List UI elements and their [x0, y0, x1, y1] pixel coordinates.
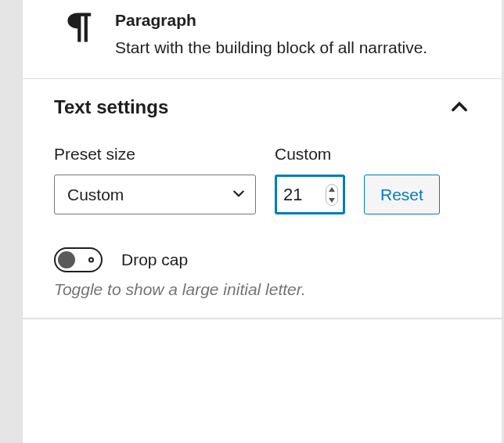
preset-size-select[interactable]: Custom	[54, 175, 256, 214]
inspector-sidebar: Paragraph Start with the building block …	[22, 0, 502, 443]
panel-header[interactable]: Text settings	[54, 96, 470, 118]
custom-size-field: Custom	[275, 145, 345, 214]
custom-size-input[interactable]	[277, 177, 318, 212]
reset-button[interactable]: Reset	[364, 175, 440, 214]
panel-divider	[23, 319, 502, 323]
preset-size-field: Preset size Custom	[54, 145, 256, 214]
custom-size-label: Custom	[275, 145, 345, 164]
block-description: Start with the building block of all nar…	[115, 36, 470, 59]
drop-cap-hint: Toggle to show a large initial letter.	[54, 280, 470, 299]
block-title: Paragraph	[115, 11, 470, 30]
text-settings-panel: Text settings Preset size Custom Custom	[23, 79, 502, 319]
number-stepper[interactable]	[326, 184, 338, 206]
drop-cap-toggle[interactable]	[54, 247, 103, 272]
preset-size-label: Preset size	[54, 145, 256, 164]
block-card: Paragraph Start with the building block …	[23, 0, 502, 79]
drop-cap-label: Drop cap	[121, 250, 188, 269]
panel-title: Text settings	[54, 96, 168, 118]
paragraph-icon	[67, 11, 95, 59]
chevron-up-icon	[448, 96, 470, 118]
